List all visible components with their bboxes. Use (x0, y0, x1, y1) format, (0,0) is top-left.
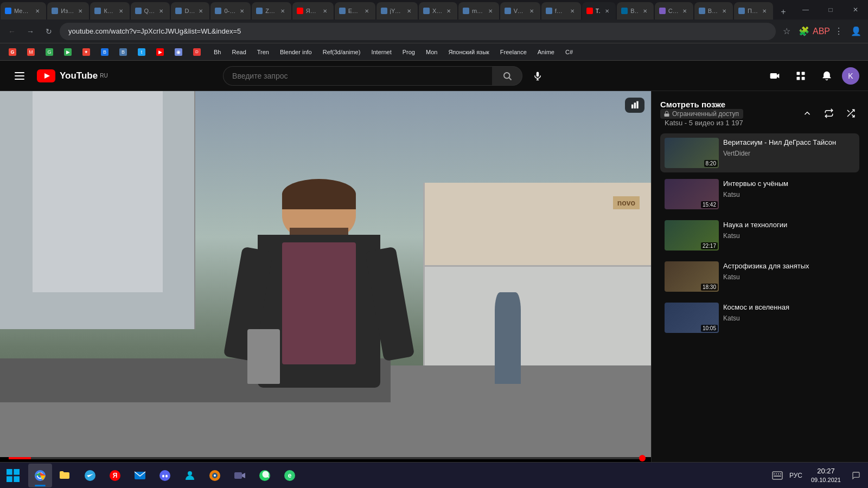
tab-16[interactable]: ВГТУ ✕ (617, 2, 654, 20)
bookmark-read[interactable]: Read (227, 46, 250, 59)
tab-2[interactable]: Измер.. ✕ (47, 2, 89, 20)
tab-close[interactable]: ✕ (157, 7, 165, 15)
bookmark-m[interactable]: M (23, 46, 39, 59)
tab-close[interactable]: ✕ (568, 7, 577, 15)
bookmark-dns[interactable]: D (189, 46, 207, 59)
reload-button[interactable]: ↻ (41, 24, 56, 39)
settings-icon[interactable]: ⋮ (831, 24, 846, 39)
search-button[interactable] (492, 66, 522, 86)
tab-close[interactable]: ✕ (641, 7, 649, 15)
youtube-logo[interactable]: YouTube RU (37, 69, 108, 82)
notification-tray-icon[interactable] (848, 468, 864, 483)
taskbar-mail[interactable] (128, 464, 152, 487)
collapse-sidebar-button[interactable] (799, 105, 816, 122)
forward-button[interactable]: → (23, 24, 38, 39)
taskbar-person[interactable] (178, 464, 202, 487)
taskbar-chrome[interactable] (28, 464, 52, 487)
taskbar-whatsapp[interactable] (253, 464, 277, 487)
tab-close[interactable]: ✕ (33, 7, 42, 15)
taskbar-video[interactable] (228, 464, 252, 487)
bookmark-discord[interactable]: ◉ (170, 46, 187, 59)
back-button[interactable]: ← (4, 24, 20, 39)
maximize-button[interactable]: □ (818, 0, 843, 20)
tab-close[interactable]: ✕ (444, 7, 453, 15)
video-player[interactable]: novo (0, 91, 651, 457)
bookmark-ref[interactable]: Ref(3d/anime) (318, 46, 365, 59)
user-avatar[interactable]: K (842, 67, 859, 85)
taskbar-file-explorer[interactable] (53, 464, 77, 487)
tab-5[interactable]: Dw-k.. ✕ (171, 2, 209, 20)
tab-9[interactable]: EURZ.. ✕ (335, 2, 375, 20)
tab-4[interactable]: QdF4.. ✕ (131, 2, 170, 20)
tab-close[interactable]: ✕ (405, 7, 413, 15)
bookmark-japanese[interactable]: Японский язык (444, 46, 493, 59)
tab-close[interactable]: ✕ (760, 7, 769, 15)
tab-close[interactable]: ✕ (238, 7, 246, 15)
tab-17[interactable]: Стип.. ✕ (655, 2, 693, 20)
tab-10[interactable]: jYv-Ke.. ✕ (376, 2, 418, 20)
bookmark-yt[interactable]: ▶ (152, 46, 168, 59)
tab-close[interactable]: ✕ (486, 7, 495, 15)
tab-13[interactable]: VoQX.. ✕ (500, 2, 540, 20)
tab-1[interactable]: Мессен... ✕ (1, 2, 46, 20)
bookmark-g1[interactable]: G (4, 46, 21, 59)
tab-close[interactable]: ✕ (362, 7, 371, 15)
bookmark-csharp[interactable]: C# (561, 46, 577, 59)
create-video-button[interactable] (764, 65, 786, 87)
taskbar-app-e[interactable]: e (278, 464, 302, 487)
minimize-button[interactable]: — (793, 0, 818, 20)
search-input[interactable] (223, 66, 492, 86)
bookmark-vk[interactable]: В (115, 46, 131, 59)
tab-close[interactable]: ✕ (680, 7, 689, 15)
profile-icon[interactable]: 👤 (848, 24, 864, 39)
bookmark-play1[interactable]: ▶ (60, 46, 76, 59)
hamburger-menu-button[interactable] (9, 65, 30, 87)
tab-close[interactable]: ✕ (278, 7, 287, 15)
tab-close[interactable]: ✕ (527, 7, 536, 15)
tab-7[interactable]: Z4rtE.. ✕ (252, 2, 291, 20)
bookmark-tren[interactable]: Tren (253, 46, 273, 59)
tab-close[interactable]: ✕ (321, 7, 329, 15)
tab-15-active[interactable]: Te... ✕ (582, 2, 616, 20)
extensions-icon[interactable]: 🧩 (796, 24, 812, 39)
bookmark-anime[interactable]: Anime (533, 46, 559, 59)
star-bookmark-icon[interactable]: ☆ (779, 24, 794, 39)
tab-6[interactable]: 0-Bk0.. ✕ (210, 2, 251, 20)
tab-19[interactable]: Пере.. ✕ (734, 2, 773, 20)
tab-close[interactable]: ✕ (76, 7, 85, 15)
bookmark-prog[interactable]: Prog (398, 46, 419, 59)
system-clock[interactable]: 20:27 09.10.2021 (807, 467, 845, 484)
voice-search-button[interactable] (527, 65, 548, 87)
playlist-item-5[interactable]: 10:05 Космос и вселенная Katsu (660, 298, 859, 337)
tab-close[interactable]: ✕ (196, 7, 205, 15)
tab-14[interactable]: fZjwS.. ✕ (541, 2, 581, 20)
taskbar-discord[interactable] (153, 464, 177, 487)
bookmark-internet[interactable]: Internet (367, 46, 395, 59)
taskbar-telegram[interactable] (78, 464, 102, 487)
url-input[interactable] (60, 23, 776, 40)
playlist-item-2[interactable]: 15:42 Интервью с учёным Katsu (660, 175, 859, 214)
start-button[interactable] (0, 463, 26, 489)
stats-button[interactable] (625, 98, 644, 113)
close-button[interactable]: ✕ (843, 0, 868, 20)
bookmark-blender[interactable]: Blender info (276, 46, 316, 59)
shuffle-button[interactable] (842, 105, 859, 122)
bookmark-g2[interactable]: G (41, 46, 58, 59)
tab-12[interactable]: mG42.. ✕ (458, 2, 499, 20)
loop-button[interactable] (820, 105, 838, 122)
bookmark-mon[interactable]: Mon (422, 46, 442, 59)
tab-11[interactable]: XH-u.. ✕ (419, 2, 457, 20)
bookmark-bh[interactable]: Вh (209, 46, 225, 59)
adblock-icon[interactable]: ABP (814, 24, 829, 39)
tray-keyboard-icon[interactable] (770, 468, 785, 483)
bookmark-star[interactable]: ✦ (78, 46, 94, 59)
playlist-item-3[interactable]: 22:17 Наука и технологии Katsu (660, 216, 859, 255)
tab-3[interactable]: Клим.. ✕ (90, 2, 129, 20)
tray-language-icon[interactable]: РУС (788, 468, 803, 483)
bookmark-twitter[interactable]: t (133, 46, 150, 59)
taskbar-blender[interactable] (203, 464, 227, 487)
tab-close[interactable]: ✕ (720, 7, 729, 15)
taskbar-yandex[interactable]: Я (103, 464, 127, 487)
progress-bar[interactable] (9, 457, 642, 459)
bookmark-freelance[interactable]: Freelance (496, 46, 531, 59)
